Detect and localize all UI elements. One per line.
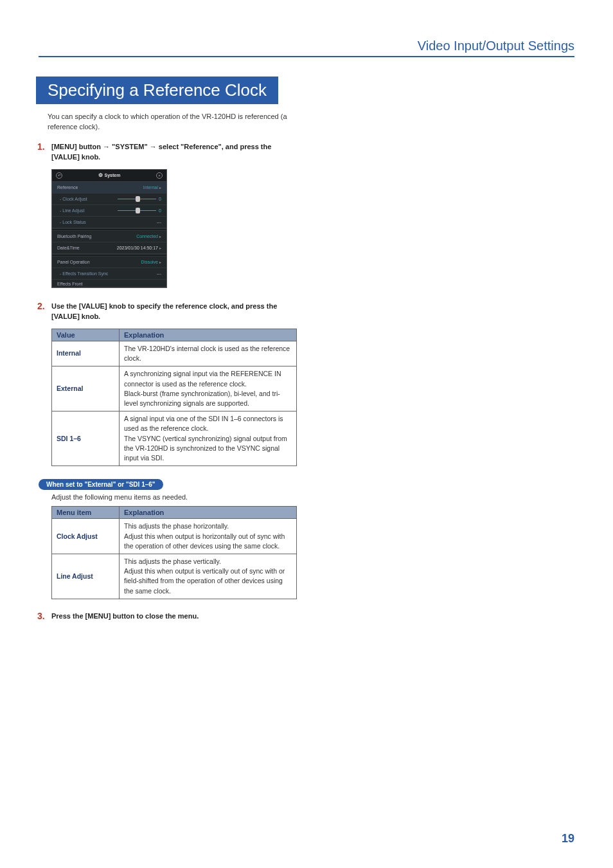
intro-text: You can specify a clock to which operati… (48, 112, 292, 132)
page-header: Video Input/Output Settings (39, 39, 574, 57)
step-3-text: Press the [MENU] button to close the men… (51, 611, 199, 622)
ss-row-panelop: Panel Operation Dissolve▸ (52, 257, 166, 268)
header-category: Video Input/Output Settings (418, 39, 574, 53)
table-row: Line Adjust This adjusts the phase verti… (52, 554, 297, 599)
ss-title-text: System (105, 173, 121, 177)
step-1-mid1: "SYSTEM" (110, 143, 150, 150)
step-number: 1. (37, 141, 51, 163)
table-header: Value (52, 329, 120, 341)
ss-value: Connected (136, 234, 158, 239)
condition-pill: When set to "External" or "SDI 1–6" (39, 479, 163, 490)
table-value-line: Adjust this when output is horizontally … (124, 532, 292, 551)
ss-row-efftrans: - Effects Transition Sync --- (52, 268, 166, 280)
table-key: External (52, 366, 120, 411)
arrow-icon: → (103, 143, 110, 150)
close-icon: × (156, 172, 163, 179)
ss-label: Date&Time (57, 246, 80, 250)
ss-value: 0 (159, 208, 161, 213)
table-key: SDI 1–6 (52, 411, 120, 466)
chevron-right-icon: ▸ (159, 260, 161, 264)
table-header: Explanation (120, 329, 297, 341)
table-value-line: A signal input via one of the SDI IN 1–6… (124, 414, 292, 433)
table-row: Internal The VR-120HD's internal clock i… (52, 341, 297, 366)
ss-titlebar: ↶ ⚙ System × (52, 170, 166, 182)
table-header: Explanation (120, 507, 297, 519)
reference-value-table: Value Explanation Internal The VR-120HD'… (51, 329, 297, 466)
table-row: SDI 1–6 A signal input via one of the SD… (52, 411, 297, 466)
table-value: The VR-120HD's internal clock is used as… (120, 341, 297, 366)
table-value-line: A synchronizing signal input via the REF… (124, 369, 292, 388)
ss-row-clockadjust: - Clock Adjust 0 (52, 194, 166, 205)
step-1-prefix: [MENU] button (51, 143, 103, 150)
table-value-line: Adjust this when output is vertically ou… (124, 566, 292, 596)
arrow-icon: → (150, 143, 157, 150)
ss-row-bluetooth: Bluetooth Pairing Connected▸ (52, 231, 166, 242)
ss-label: Effects Front (57, 282, 83, 286)
chevron-right-icon: ▸ (159, 186, 161, 190)
ss-value: 0 (159, 197, 161, 201)
subtext: Adjust the following menu items as neede… (51, 493, 292, 501)
ss-title: ⚙ System (98, 172, 121, 178)
system-menu-screenshot: ↶ ⚙ System × Reference Internal▸ - Clock… (51, 169, 167, 288)
ss-value: Internal (143, 185, 158, 190)
ss-value: --- (157, 271, 161, 276)
ss-label: Bluetooth Pairing (57, 234, 91, 239)
ss-label: Panel Operation (57, 260, 90, 264)
ss-value: 2023/01/30 14:50:17 (117, 246, 158, 250)
chevron-right-icon: ▸ (159, 235, 161, 239)
ss-label: Reference (57, 185, 78, 190)
ss-row-reference: Reference Internal▸ (52, 182, 166, 194)
ss-label: - Line Adjust (57, 208, 85, 213)
ss-label: - Clock Adjust (57, 197, 87, 201)
table-row: Clock Adjust This adjusts the phase hori… (52, 519, 297, 554)
table-key: Internal (52, 341, 120, 366)
table-value-line: This adjusts the phase vertically. (124, 557, 292, 566)
ss-value: Dissolve (141, 260, 158, 264)
ss-row-lockstatus: - Lock Status --- (52, 217, 166, 228)
ss-row-datetime: Date&Time 2023/01/30 14:50:17▸ (52, 242, 166, 254)
table-value: This adjusts the phase vertically. Adjus… (120, 554, 297, 599)
table-value-line: Black-burst (frame synchronization), bi-… (124, 389, 292, 408)
step-number: 2. (37, 301, 51, 322)
chevron-right-icon: ▸ (159, 246, 161, 250)
adjust-items-table: Menu item Explanation Clock Adjust This … (51, 506, 297, 599)
step-1: 1. [MENU] button → "SYSTEM" → select "Re… (37, 141, 292, 163)
step-3: 3. Press the [MENU] button to close the … (37, 611, 292, 622)
step-1-text: [MENU] button → "SYSTEM" → select "Refer… (51, 141, 292, 163)
table-value-line: This adjusts the phase horizontally. (124, 521, 292, 531)
table-value: A synchronizing signal input via the REF… (120, 366, 297, 411)
ss-row-efffront: Effects Front (52, 280, 166, 287)
table-value-line: The VSYNC (vertical synchronizing) signa… (124, 434, 292, 464)
ss-label: - Effects Transition Sync (57, 271, 108, 276)
ss-label: - Lock Status (57, 220, 86, 224)
gear-icon: ⚙ (98, 172, 103, 178)
ss-value: --- (157, 220, 161, 224)
step-2-text: Use the [VALUE] knob to specify the refe… (51, 301, 292, 322)
table-key: Clock Adjust (52, 519, 120, 554)
slider-icon (118, 197, 156, 201)
table-value: A signal input via one of the SDI IN 1–6… (120, 411, 297, 466)
slider-icon (118, 209, 156, 212)
page-number: 19 (562, 832, 574, 845)
table-value: This adjusts the phase horizontally. Adj… (120, 519, 297, 554)
ss-row-lineadjust: - Line Adjust 0 (52, 205, 166, 217)
step-number: 3. (37, 611, 51, 622)
section-title-bar: Specifying a Reference Clock (36, 77, 278, 104)
table-row: External A synchronizing signal input vi… (52, 366, 297, 411)
step-2: 2. Use the [VALUE] knob to specify the r… (37, 301, 292, 322)
table-header: Menu item (52, 507, 120, 519)
section-title: Specifying a Reference Clock (48, 80, 267, 100)
table-key: Line Adjust (52, 554, 120, 599)
back-icon: ↶ (56, 172, 62, 179)
